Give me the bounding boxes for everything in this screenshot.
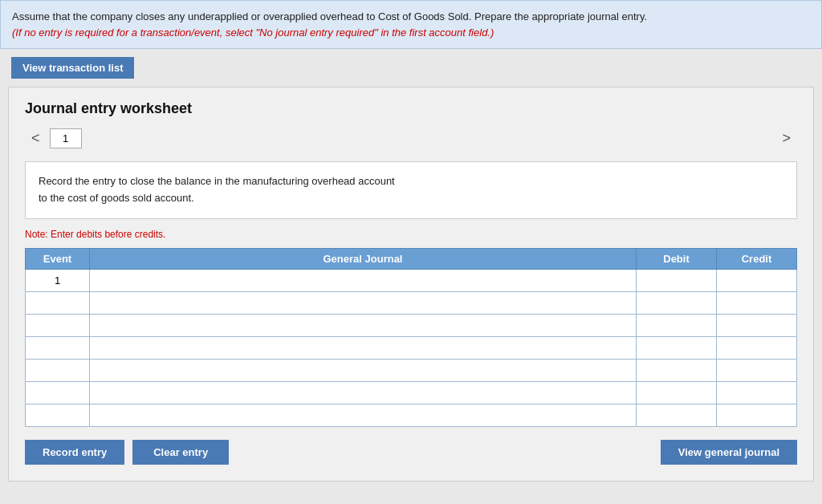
debit-cell[interactable] — [637, 291, 717, 314]
credit-input[interactable] — [723, 364, 790, 376]
main-card: Journal entry worksheet < 1 > Record the… — [8, 87, 814, 482]
table-row — [26, 359, 797, 381]
journal-input[interactable] — [96, 387, 629, 399]
credit-cell[interactable] — [717, 381, 797, 404]
debit-input[interactable] — [643, 274, 710, 287]
credit-input[interactable] — [723, 319, 790, 331]
event-cell: 1 — [26, 269, 90, 291]
credit-cell[interactable] — [717, 269, 797, 291]
description-line1: Record the entry to close the balance in… — [39, 173, 783, 190]
credit-input[interactable] — [723, 342, 790, 354]
debit-input[interactable] — [643, 342, 710, 354]
credit-cell[interactable] — [717, 404, 797, 426]
journal-cell[interactable] — [90, 381, 637, 404]
col-header-event: Event — [26, 248, 90, 269]
description-box: Record the entry to close the balance in… — [25, 161, 797, 219]
next-tab-arrow[interactable]: > — [775, 128, 797, 148]
debit-cell[interactable] — [637, 404, 717, 426]
clear-entry-button[interactable]: Clear entry — [132, 440, 229, 465]
debit-cell[interactable] — [637, 314, 717, 336]
debit-input[interactable] — [643, 387, 710, 399]
event-cell — [26, 381, 90, 404]
journal-cell[interactable] — [90, 359, 637, 381]
event-cell — [26, 336, 90, 359]
credit-cell[interactable] — [717, 291, 797, 314]
prev-tab-arrow[interactable]: < — [25, 128, 47, 148]
credit-input[interactable] — [723, 274, 790, 287]
event-cell — [26, 359, 90, 381]
banner-sub-text: (If no entry is required for a transacti… — [12, 25, 810, 41]
event-cell — [26, 291, 90, 314]
credit-cell[interactable] — [717, 359, 797, 381]
credit-cell[interactable] — [717, 314, 797, 336]
debit-input[interactable] — [643, 409, 710, 421]
description-line2: to the cost of goods sold account. — [39, 190, 783, 207]
view-general-journal-button[interactable]: View general journal — [661, 440, 797, 465]
record-entry-button[interactable]: Record entry — [25, 440, 124, 465]
top-banner: Assume that the company closes any under… — [0, 0, 822, 49]
credit-cell[interactable] — [717, 336, 797, 359]
table-row — [26, 381, 797, 404]
journal-cell[interactable] — [90, 336, 637, 359]
journal-cell[interactable] — [90, 269, 637, 291]
debit-input[interactable] — [643, 319, 710, 331]
banner-main-text: Assume that the company closes any under… — [12, 9, 810, 25]
journal-input[interactable] — [96, 342, 629, 354]
debit-cell[interactable] — [637, 336, 717, 359]
worksheet-title: Journal entry worksheet — [25, 100, 797, 117]
debit-cell[interactable] — [637, 381, 717, 404]
debit-cell[interactable] — [637, 269, 717, 291]
note-text: Note: Enter debits before credits. — [25, 229, 797, 240]
table-row — [26, 314, 797, 336]
table-row — [26, 336, 797, 359]
actions-row: Record entry Clear entry View general jo… — [25, 440, 797, 465]
journal-input[interactable] — [96, 319, 629, 331]
table-row — [26, 291, 797, 314]
col-header-journal: General Journal — [90, 248, 637, 269]
event-cell — [26, 404, 90, 426]
debit-input[interactable] — [643, 297, 710, 309]
journal-input[interactable] — [96, 364, 629, 376]
table-row: 1 — [26, 269, 797, 291]
col-header-credit: Credit — [717, 248, 797, 269]
journal-cell[interactable] — [90, 314, 637, 336]
debit-input[interactable] — [643, 364, 710, 376]
credit-input[interactable] — [723, 387, 790, 399]
tab-navigation: < 1 > — [25, 128, 797, 148]
credit-input[interactable] — [723, 409, 790, 421]
col-header-debit: Debit — [637, 248, 717, 269]
view-transaction-button[interactable]: View transaction list — [11, 57, 134, 79]
toolbar: View transaction list — [0, 49, 822, 87]
table-row — [26, 404, 797, 426]
debit-cell[interactable] — [637, 359, 717, 381]
journal-table: Event General Journal Debit Credit 1 — [25, 248, 797, 427]
journal-cell[interactable] — [90, 404, 637, 426]
event-cell — [26, 314, 90, 336]
journal-input[interactable] — [96, 274, 629, 287]
journal-input[interactable] — [96, 297, 629, 309]
journal-cell[interactable] — [90, 291, 637, 314]
tab-number[interactable]: 1 — [50, 128, 82, 148]
journal-input[interactable] — [96, 409, 629, 421]
credit-input[interactable] — [723, 297, 790, 309]
